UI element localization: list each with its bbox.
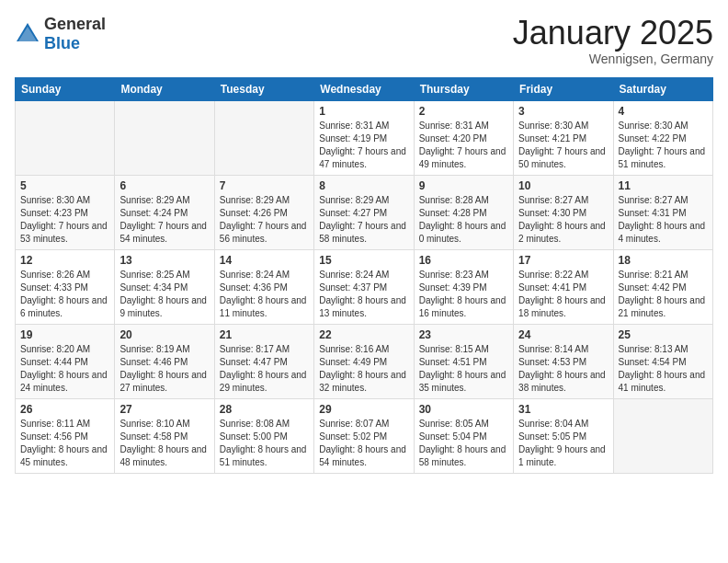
day-info: Sunrise: 8:23 AM Sunset: 4:39 PM Dayligh… [419,269,508,320]
logo-icon [15,21,40,47]
day-info: Sunrise: 8:26 AM Sunset: 4:33 PM Dayligh… [20,269,109,320]
day-info: Sunrise: 8:05 AM Sunset: 5:04 PM Dayligh… [419,418,508,469]
day-info: Sunrise: 8:30 AM Sunset: 4:21 PM Dayligh… [518,120,608,171]
day-info: Sunrise: 8:07 AM Sunset: 5:02 PM Dayligh… [319,418,408,469]
weekday-header-row: SundayMondayTuesdayWednesdayThursdayFrid… [16,77,713,100]
weekday-header-sunday: Sunday [16,77,115,100]
day-number: 9 [419,179,508,192]
day-info: Sunrise: 8:22 AM Sunset: 4:41 PM Dayligh… [518,269,608,320]
calendar-cell: 2Sunrise: 8:31 AM Sunset: 4:20 PM Daylig… [414,100,513,175]
month-title: January 2025 [513,15,713,52]
day-info: Sunrise: 8:11 AM Sunset: 4:56 PM Dayligh… [20,418,109,469]
day-number: 18 [619,254,708,267]
day-number: 25 [619,328,708,341]
logo-general: General [44,15,106,33]
day-info: Sunrise: 8:24 AM Sunset: 4:36 PM Dayligh… [220,269,309,320]
day-info: Sunrise: 8:20 AM Sunset: 4:44 PM Dayligh… [20,343,109,395]
day-number: 30 [419,403,508,416]
calendar-cell: 22Sunrise: 8:16 AM Sunset: 4:49 PM Dayli… [314,324,414,398]
page-header: General Blue January 2025 Wennigsen, Ger… [15,15,713,66]
calendar-cell [16,100,115,175]
calendar-cell: 9Sunrise: 8:28 AM Sunset: 4:28 PM Daylig… [414,175,513,249]
day-info: Sunrise: 8:13 AM Sunset: 4:54 PM Dayligh… [619,343,708,395]
calendar-cell: 31Sunrise: 8:04 AM Sunset: 5:05 PM Dayli… [514,398,613,473]
calendar-cell: 12Sunrise: 8:26 AM Sunset: 4:33 PM Dayli… [16,249,115,324]
calendar-cell: 17Sunrise: 8:22 AM Sunset: 4:41 PM Dayli… [514,249,613,324]
day-number: 26 [20,403,109,416]
day-number: 2 [419,105,508,118]
weekday-header-wednesday: Wednesday [314,77,414,100]
day-number: 12 [20,254,109,267]
calendar-cell: 4Sunrise: 8:30 AM Sunset: 4:22 PM Daylig… [613,100,712,175]
day-number: 23 [419,328,508,341]
calendar-cell: 1Sunrise: 8:31 AM Sunset: 4:19 PM Daylig… [314,100,414,175]
week-row-2: 5Sunrise: 8:30 AM Sunset: 4:23 PM Daylig… [16,175,713,249]
day-number: 21 [220,328,309,341]
day-info: Sunrise: 8:31 AM Sunset: 4:20 PM Dayligh… [419,120,508,171]
calendar-table: SundayMondayTuesdayWednesdayThursdayFrid… [15,77,713,474]
calendar-cell: 23Sunrise: 8:15 AM Sunset: 4:51 PM Dayli… [414,324,513,398]
day-info: Sunrise: 8:16 AM Sunset: 4:49 PM Dayligh… [319,343,408,395]
calendar-cell: 14Sunrise: 8:24 AM Sunset: 4:36 PM Dayli… [214,249,313,324]
calendar-cell: 18Sunrise: 8:21 AM Sunset: 4:42 PM Dayli… [613,249,712,324]
calendar-cell: 7Sunrise: 8:29 AM Sunset: 4:26 PM Daylig… [214,175,313,249]
day-info: Sunrise: 8:29 AM Sunset: 4:24 PM Dayligh… [119,194,209,246]
logo-blue: Blue [44,34,80,52]
title-block: January 2025 Wennigsen, Germany [513,15,713,66]
day-number: 13 [119,254,209,267]
day-info: Sunrise: 8:15 AM Sunset: 4:51 PM Dayligh… [419,343,508,395]
day-number: 5 [20,179,109,192]
day-number: 7 [220,179,309,192]
day-info: Sunrise: 8:31 AM Sunset: 4:19 PM Dayligh… [319,120,408,171]
day-number: 28 [220,403,309,416]
day-number: 1 [319,105,408,118]
calendar-cell: 16Sunrise: 8:23 AM Sunset: 4:39 PM Dayli… [414,249,513,324]
day-number: 14 [220,254,309,267]
day-number: 10 [518,179,608,192]
day-number: 8 [319,179,408,192]
calendar-cell [613,398,712,473]
day-info: Sunrise: 8:28 AM Sunset: 4:28 PM Dayligh… [419,194,508,246]
day-number: 24 [518,328,608,341]
day-number: 15 [319,254,408,267]
calendar-cell: 25Sunrise: 8:13 AM Sunset: 4:54 PM Dayli… [613,324,712,398]
calendar-cell: 27Sunrise: 8:10 AM Sunset: 4:58 PM Dayli… [115,398,214,473]
day-number: 3 [518,105,608,118]
day-info: Sunrise: 8:14 AM Sunset: 4:53 PM Dayligh… [518,343,608,395]
calendar-cell: 15Sunrise: 8:24 AM Sunset: 4:37 PM Dayli… [314,249,414,324]
day-number: 22 [319,328,408,341]
calendar-cell: 3Sunrise: 8:30 AM Sunset: 4:21 PM Daylig… [514,100,613,175]
day-info: Sunrise: 8:25 AM Sunset: 4:34 PM Dayligh… [119,269,209,320]
day-info: Sunrise: 8:08 AM Sunset: 5:00 PM Dayligh… [220,418,309,469]
weekday-header-thursday: Thursday [414,77,513,100]
week-row-3: 12Sunrise: 8:26 AM Sunset: 4:33 PM Dayli… [16,249,713,324]
calendar-cell: 5Sunrise: 8:30 AM Sunset: 4:23 PM Daylig… [16,175,115,249]
location: Wennigsen, Germany [513,52,713,66]
day-number: 29 [319,403,408,416]
calendar-cell: 11Sunrise: 8:27 AM Sunset: 4:31 PM Dayli… [613,175,712,249]
day-number: 20 [119,328,209,341]
calendar-cell: 13Sunrise: 8:25 AM Sunset: 4:34 PM Dayli… [115,249,214,324]
day-info: Sunrise: 8:30 AM Sunset: 4:23 PM Dayligh… [20,194,109,246]
day-info: Sunrise: 8:21 AM Sunset: 4:42 PM Dayligh… [619,269,708,320]
calendar-cell: 24Sunrise: 8:14 AM Sunset: 4:53 PM Dayli… [514,324,613,398]
calendar-cell: 6Sunrise: 8:29 AM Sunset: 4:24 PM Daylig… [115,175,214,249]
day-info: Sunrise: 8:27 AM Sunset: 4:30 PM Dayligh… [518,194,608,246]
week-row-1: 1Sunrise: 8:31 AM Sunset: 4:19 PM Daylig… [16,100,713,175]
day-info: Sunrise: 8:04 AM Sunset: 5:05 PM Dayligh… [518,418,608,469]
day-info: Sunrise: 8:17 AM Sunset: 4:47 PM Dayligh… [220,343,309,395]
weekday-header-saturday: Saturday [613,77,712,100]
day-info: Sunrise: 8:19 AM Sunset: 4:46 PM Dayligh… [119,343,209,395]
calendar-cell: 20Sunrise: 8:19 AM Sunset: 4:46 PM Dayli… [115,324,214,398]
week-row-4: 19Sunrise: 8:20 AM Sunset: 4:44 PM Dayli… [16,324,713,398]
calendar-cell: 28Sunrise: 8:08 AM Sunset: 5:00 PM Dayli… [214,398,313,473]
day-number: 4 [619,105,708,118]
calendar-cell: 21Sunrise: 8:17 AM Sunset: 4:47 PM Dayli… [214,324,313,398]
day-number: 16 [419,254,508,267]
calendar-cell: 30Sunrise: 8:05 AM Sunset: 5:04 PM Dayli… [414,398,513,473]
calendar-cell: 8Sunrise: 8:29 AM Sunset: 4:27 PM Daylig… [314,175,414,249]
calendar-cell: 10Sunrise: 8:27 AM Sunset: 4:30 PM Dayli… [514,175,613,249]
logo-text: General Blue [44,15,106,53]
calendar-cell [115,100,214,175]
day-info: Sunrise: 8:29 AM Sunset: 4:26 PM Dayligh… [220,194,309,246]
